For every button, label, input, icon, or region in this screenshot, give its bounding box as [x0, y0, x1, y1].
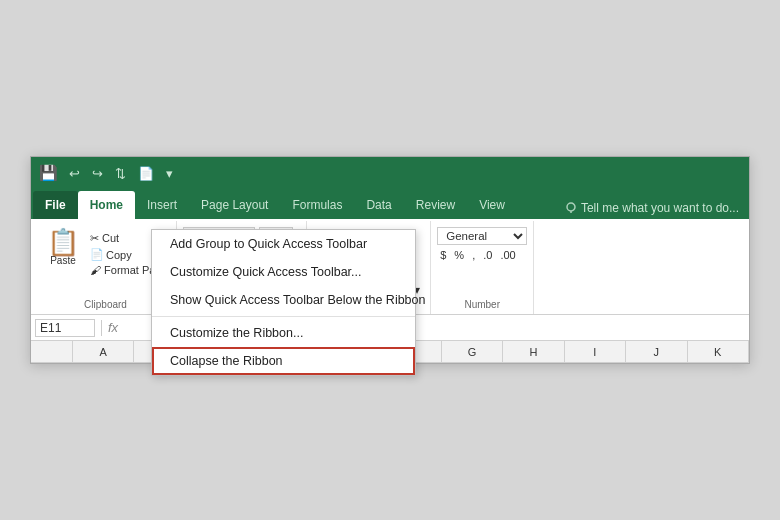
excel-window: 💾 ↩ ↪ ⇅ 📄 ▾ File Home Insert Page Layout…: [30, 156, 750, 364]
sort-button[interactable]: ⇅: [110, 164, 131, 183]
tell-me-label: Tell me what you want to do...: [581, 201, 739, 215]
tab-data[interactable]: Data: [354, 191, 403, 219]
col-header-g[interactable]: G: [442, 341, 503, 362]
paste-label: Paste: [50, 255, 76, 266]
ribbon-toolbar: 📋 Paste ✂ Cut 📄 Copy 🖌 Format Pai... Cli…: [31, 219, 749, 315]
col-header-k[interactable]: K: [688, 341, 749, 362]
ribbon-tabs: File Home Insert Page Layout Formulas Da…: [31, 189, 749, 219]
tell-me-box[interactable]: Tell me what you want to do...: [555, 197, 749, 219]
number-group: General $ % , .0 .00 Number: [431, 221, 534, 314]
col-header-i[interactable]: I: [565, 341, 626, 362]
title-bar: 💾 ↩ ↪ ⇅ 📄 ▾: [31, 157, 749, 189]
context-menu-item-show-below[interactable]: Show Quick Access Toolbar Below the Ribb…: [152, 286, 415, 314]
copy-icon: 📄: [90, 248, 104, 261]
decrease-decimal-button[interactable]: .00: [497, 248, 518, 262]
context-menu-item-customize-qa[interactable]: Customize Quick Access Toolbar...: [152, 258, 415, 286]
tab-home[interactable]: Home: [78, 191, 135, 219]
quick-access-toolbar: ↩ ↪ ⇅ 📄 ▾: [64, 164, 178, 183]
cell-reference-box[interactable]: [35, 319, 95, 337]
tab-insert[interactable]: Insert: [135, 191, 189, 219]
save-icon[interactable]: 💾: [39, 164, 58, 182]
col-header-a[interactable]: A: [73, 341, 134, 362]
paste-icon: 📋: [47, 229, 79, 255]
number-format-btns: $ % , .0 .00: [437, 248, 518, 262]
clipboard-label: Clipboard: [84, 299, 127, 312]
comma-button[interactable]: ,: [469, 248, 478, 262]
number-format-select[interactable]: General: [437, 227, 527, 245]
tab-formulas[interactable]: Formulas: [280, 191, 354, 219]
redo-button[interactable]: ↪: [87, 164, 108, 183]
context-menu-item-collapse-ribbon[interactable]: Collapse the Ribbon: [152, 347, 415, 375]
undo-button[interactable]: ↩: [64, 164, 85, 183]
increase-decimal-button[interactable]: .0: [480, 248, 495, 262]
new-doc-button[interactable]: 📄: [133, 164, 159, 183]
tab-review[interactable]: Review: [404, 191, 467, 219]
number-label: Number: [464, 299, 500, 312]
paste-button[interactable]: 📋 Paste: [41, 227, 85, 268]
tab-file[interactable]: File: [33, 191, 78, 219]
formula-bar-divider: [101, 320, 102, 336]
col-header-h[interactable]: H: [503, 341, 564, 362]
dollar-button[interactable]: $: [437, 248, 449, 262]
tab-page-layout[interactable]: Page Layout: [189, 191, 280, 219]
percent-button[interactable]: %: [451, 248, 467, 262]
lightbulb-icon: [565, 202, 577, 214]
context-menu-separator: [152, 316, 415, 317]
col-header-j[interactable]: J: [626, 341, 687, 362]
context-menu-item-customize-ribbon[interactable]: Customize the Ribbon...: [152, 319, 415, 347]
row-number-corner: [31, 341, 73, 362]
fx-label: fx: [108, 320, 118, 335]
context-menu: Add Group to Quick Access Toolbar Custom…: [151, 229, 416, 376]
tab-view[interactable]: View: [467, 191, 517, 219]
dropdown-button[interactable]: ▾: [161, 164, 178, 183]
svg-point-0: [567, 203, 575, 211]
context-menu-item-add-group[interactable]: Add Group to Quick Access Toolbar: [152, 230, 415, 258]
